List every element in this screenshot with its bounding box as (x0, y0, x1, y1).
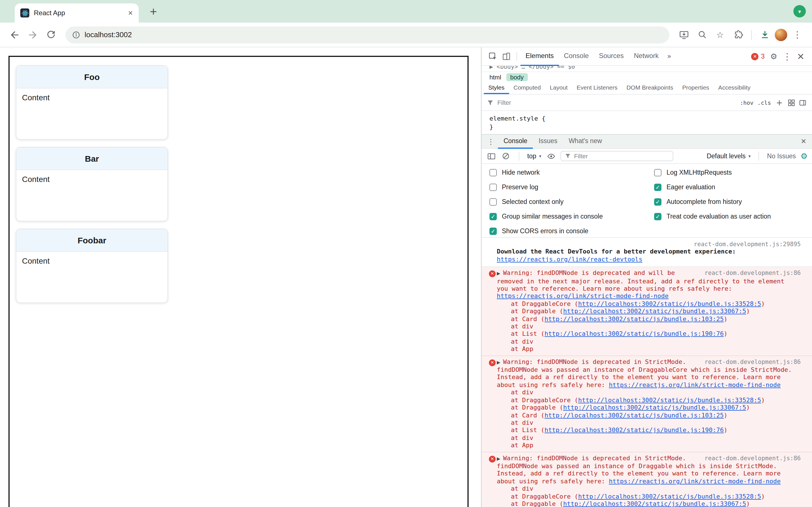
new-style-rule-button[interactable]: + (776, 98, 783, 107)
breadcrumb-body-selected[interactable]: body (506, 73, 528, 81)
tab-event-listeners[interactable]: Event Listeners (572, 82, 622, 94)
card-header[interactable]: Bar (16, 148, 167, 170)
context-selector[interactable]: top ▾ (527, 153, 541, 159)
console-link[interactable]: http://localhost:3002/static/js/bundle.j… (545, 427, 724, 434)
console-setting-autocomplete-from-history[interactable]: ✓Autocomplete from history (654, 194, 771, 209)
forward-button[interactable] (25, 27, 41, 43)
checkbox-checked[interactable]: ✓ (490, 213, 497, 220)
reload-button[interactable] (43, 27, 59, 43)
source-location-link[interactable]: react-dom.development.js:86 (705, 269, 801, 277)
card-header[interactable]: Foo (16, 66, 167, 89)
console-link[interactable]: https://reactjs.org/link/strict-mode-fin… (609, 381, 780, 389)
devtools-settings-gear-icon[interactable]: ⚙ (767, 50, 780, 63)
download-icon[interactable] (757, 27, 772, 43)
console-setting-treat-code-evaluation-as-user-action[interactable]: ✓Treat code evaluation as user action (654, 209, 771, 224)
checkbox-unchecked[interactable] (490, 183, 497, 191)
console-setting-group-similar-messages-in-console[interactable]: ✓Group similar messages in console (490, 209, 603, 224)
tab-properties[interactable]: Properties (678, 82, 714, 94)
checkbox-checked[interactable]: ✓ (654, 183, 661, 191)
log-levels-dropdown[interactable]: Default levels ▾ (707, 153, 751, 159)
expand-triangle-icon[interactable]: ▶ (497, 358, 500, 366)
tab-dom-breakpoints[interactable]: DOM Breakpoints (622, 82, 678, 94)
styles-filter-input[interactable]: Filter (497, 99, 736, 106)
card-foo[interactable]: Foo Content (16, 65, 168, 140)
checkbox-unchecked[interactable] (490, 198, 497, 205)
toggle-hover-state[interactable]: :hov (740, 100, 753, 106)
extensions-icon[interactable] (730, 27, 746, 43)
tab-layout[interactable]: Layout (545, 82, 572, 94)
profile-avatar[interactable] (775, 29, 787, 41)
card-foobar[interactable]: Foobar Content (16, 229, 168, 303)
dom-tree-partial[interactable]: ▶ <body> … </body> == $0 (481, 66, 812, 71)
console-setting-eager-evaluation[interactable]: ✓Eager evaluation (654, 180, 771, 194)
address-bar[interactable]: localhost:3002 (65, 26, 669, 43)
source-location-link[interactable]: react-dom.development.js:86 (705, 454, 801, 462)
tab-accessibility[interactable]: Accessibility (714, 82, 755, 94)
drawer-tab-console[interactable]: Console (498, 134, 533, 149)
tab-close-icon[interactable]: ✕ (128, 9, 133, 17)
menu-kebab-icon[interactable]: ⋮ (790, 27, 805, 43)
tab-styles[interactable]: Styles (484, 82, 509, 94)
console-link[interactable]: http://localhost:3002/static/js/bundle.j… (563, 500, 746, 507)
bookmark-star-icon[interactable]: ☆ (712, 27, 728, 43)
color-swatch-icon[interactable] (788, 99, 795, 106)
issues-counter[interactable]: No Issues (767, 153, 796, 159)
console-setting-show-cors-errors-in-console[interactable]: ✓Show CORS errors in console (490, 224, 603, 238)
more-tabs-icon[interactable]: » (664, 52, 675, 60)
zoom-icon[interactable] (694, 27, 710, 43)
console-link[interactable]: https://reactjs.org/link/strict-mode-fin… (609, 478, 780, 485)
element-style-section[interactable]: element.style { } (481, 111, 812, 134)
source-location-link[interactable]: react-dom.development.js:29895 (694, 240, 801, 248)
expand-triangle-icon[interactable]: ▶ (497, 270, 500, 277)
checkbox-unchecked[interactable] (490, 169, 497, 176)
devtools-kebab-icon[interactable]: ⋮ (780, 50, 794, 63)
console-link[interactable]: http://localhost:3002/static/js/bundle.j… (545, 330, 724, 338)
install-app-icon[interactable] (676, 27, 692, 43)
console-setting-preserve-log[interactable]: Preserve log (490, 180, 603, 194)
drawer-tab-issues[interactable]: Issues (533, 134, 563, 149)
tab-search-button[interactable]: ▾ (794, 5, 806, 17)
tab-computed[interactable]: Computed (509, 82, 545, 94)
console-setting-hide-network[interactable]: Hide network (490, 165, 603, 180)
console-settings-gear-icon[interactable]: ⚙ (801, 152, 808, 161)
breadcrumb-html[interactable]: html (490, 73, 501, 80)
console-link[interactable]: https://reactjs.org/link/react-devtools (497, 256, 643, 263)
console-filter-input[interactable]: Filter (560, 151, 673, 161)
console-link[interactable]: http://localhost:3002/static/js/bundle.j… (578, 396, 761, 404)
browser-tab[interactable]: React App ✕ (15, 3, 139, 22)
clear-console-icon[interactable] (501, 151, 511, 161)
devtools-close-icon[interactable]: ✕ (794, 50, 808, 63)
card-bar[interactable]: Bar Content (16, 147, 168, 221)
console-link[interactable]: http://localhost:3002/static/js/bundle.j… (578, 300, 761, 307)
back-button[interactable] (7, 27, 22, 43)
console-link[interactable]: https://reactjs.org/link/strict-mode-fin… (497, 293, 668, 300)
expand-triangle-icon[interactable]: ▶ (497, 455, 500, 462)
device-toolbar-icon[interactable] (500, 50, 513, 63)
checkbox-checked[interactable]: ✓ (654, 213, 661, 220)
source-location-link[interactable]: react-dom.development.js:86 (705, 358, 801, 365)
console-link[interactable]: http://localhost:3002/static/js/bundle.j… (545, 315, 724, 323)
new-tab-button[interactable]: + (147, 4, 160, 18)
drawer-close-icon[interactable]: ✕ (801, 137, 806, 145)
tab-elements[interactable]: Elements (520, 47, 559, 66)
checkbox-unchecked[interactable] (654, 169, 661, 176)
error-count-badge[interactable]: ✕ 3 (751, 52, 765, 60)
url-text[interactable]: localhost:3002 (85, 31, 132, 39)
inspect-element-icon[interactable] (486, 50, 500, 63)
checkbox-checked[interactable]: ✓ (490, 227, 497, 235)
toggle-classes[interactable]: .cls (757, 100, 771, 106)
tab-sources[interactable]: Sources (594, 47, 629, 66)
console-link[interactable]: http://localhost:3002/static/js/bundle.j… (563, 307, 746, 315)
checkbox-checked[interactable]: ✓ (654, 198, 661, 205)
live-expression-eye-icon[interactable] (546, 151, 556, 161)
tab-network[interactable]: Network (629, 47, 664, 66)
tab-console[interactable]: Console (559, 47, 594, 66)
console-link[interactable]: http://localhost:3002/static/js/bundle.j… (545, 411, 724, 419)
card-header[interactable]: Foobar (16, 229, 167, 252)
drawer-tab-whats-new[interactable]: What's new (563, 134, 608, 149)
sidebar-toggle-icon[interactable] (799, 99, 806, 106)
console-link[interactable]: http://localhost:3002/static/js/bundle.j… (563, 404, 746, 411)
console-setting-selected-context-only[interactable]: Selected context only (490, 194, 603, 209)
console-sidebar-icon[interactable] (486, 151, 496, 161)
site-info-icon[interactable] (72, 31, 80, 39)
